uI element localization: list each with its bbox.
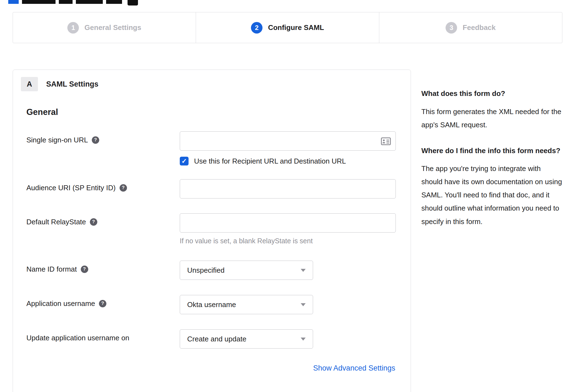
help-sidebar: What does this form do? This form genera… xyxy=(421,87,563,228)
help-question-2: Where do I find the info this form needs… xyxy=(421,145,563,157)
update-username-value: Create and update xyxy=(187,335,246,343)
step-number-badge: 1 xyxy=(67,22,79,34)
step-label: Configure SAML xyxy=(268,23,324,32)
help-question-1: What does this form do? xyxy=(421,87,563,100)
help-icon[interactable]: ? xyxy=(90,218,97,226)
step-label: Feedback xyxy=(463,23,496,32)
step-general-settings[interactable]: 1 General Settings xyxy=(13,12,196,43)
form-row-audience: Audience URI (SP Entity ID)? xyxy=(26,179,395,198)
help-answer-2: The app you're trying to integrate with … xyxy=(421,162,563,228)
app-username-select[interactable]: Okta username xyxy=(180,295,313,314)
step-label: General Settings xyxy=(84,23,141,32)
advanced-settings-row: Show Advanced Settings xyxy=(26,364,395,372)
form-row-relaystate: Default RelayState? If no value is set, … xyxy=(26,213,395,245)
section-title: SAML Settings xyxy=(46,80,98,89)
help-icon[interactable]: ? xyxy=(81,266,88,273)
form-row-update-username: Update application username on Create an… xyxy=(26,329,395,349)
form-row-sso: Single sign-on URL? Use t xyxy=(26,131,395,165)
app-username-value: Okta username xyxy=(187,300,236,309)
wizard-stepper: 1 General Settings 2 Configure SAML 3 Fe… xyxy=(13,12,562,43)
field-label-nameid: Name ID format? xyxy=(26,261,180,280)
field-label-appusername: Application username? xyxy=(26,295,180,314)
settings-icon xyxy=(128,0,138,5)
nameid-format-select[interactable]: Unspecified xyxy=(180,261,313,280)
audience-uri-input[interactable] xyxy=(180,179,396,198)
help-answer-1: This form generates the XML needed for t… xyxy=(421,105,563,131)
group-title-general: General xyxy=(26,107,395,117)
show-advanced-settings-link[interactable]: Show Advanced Settings xyxy=(313,364,395,372)
chevron-down-icon xyxy=(301,303,306,306)
sso-url-input[interactable] xyxy=(180,131,396,151)
form-row-appusername: Application username? Okta username xyxy=(26,295,395,314)
step-number-badge: 2 xyxy=(251,22,262,34)
cropped-title-fragment xyxy=(76,0,103,4)
field-label-relaystate: Default RelayState? xyxy=(26,213,180,245)
help-icon[interactable]: ? xyxy=(120,184,127,192)
cropped-title-fragment xyxy=(22,0,56,4)
contact-card-icon[interactable] xyxy=(381,137,391,145)
field-label-sso: Single sign-on URL? xyxy=(26,131,180,165)
cropped-logo-fragment xyxy=(8,0,19,4)
chevron-down-icon xyxy=(301,269,306,272)
recipient-url-checkbox[interactable] xyxy=(180,157,189,165)
step-number-badge: 3 xyxy=(446,22,457,34)
nameid-format-value: Unspecified xyxy=(187,266,225,275)
cropped-page-title xyxy=(8,0,138,5)
section-badge-a: A xyxy=(21,77,38,91)
field-label-update-username: Update application username on xyxy=(26,329,180,349)
relaystate-hint: If no value is set, a blank RelayState i… xyxy=(180,237,396,245)
step-feedback[interactable]: 3 Feedback xyxy=(379,12,562,43)
relaystate-input[interactable] xyxy=(180,213,396,233)
update-username-select[interactable]: Create and update xyxy=(180,329,313,349)
help-icon[interactable]: ? xyxy=(92,136,99,144)
recipient-url-checkbox-row: Use this for Recipient URL and Destinati… xyxy=(180,157,396,165)
recipient-url-checkbox-label: Use this for Recipient URL and Destinati… xyxy=(194,157,346,165)
form-row-nameid: Name ID format? Unspecified xyxy=(26,261,395,280)
cropped-title-fragment xyxy=(59,0,73,4)
cropped-title-fragment xyxy=(106,0,122,4)
field-label-audience: Audience URI (SP Entity ID)? xyxy=(26,179,180,198)
step-configure-saml[interactable]: 2 Configure SAML xyxy=(196,12,379,43)
chevron-down-icon xyxy=(301,338,306,341)
saml-settings-panel: A SAML Settings General Single sign-on U… xyxy=(13,70,411,392)
panel-header: A SAML Settings xyxy=(21,77,395,91)
help-icon[interactable]: ? xyxy=(99,300,106,307)
